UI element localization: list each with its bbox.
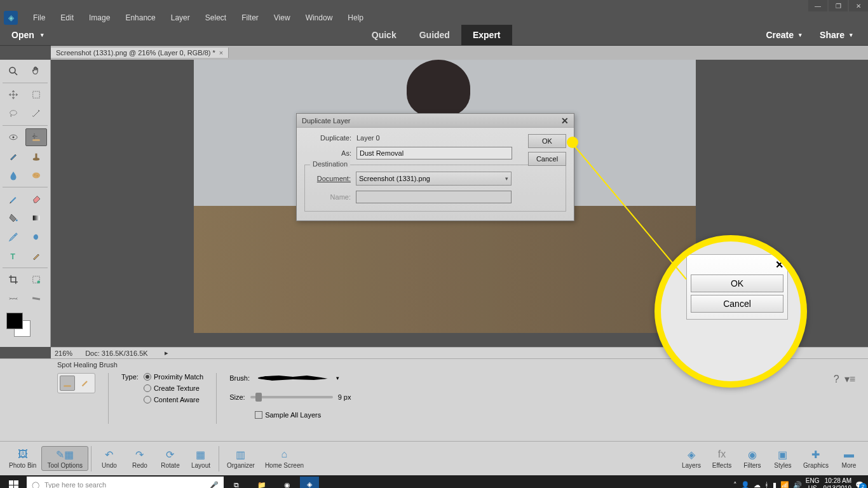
effects-button[interactable]: fxEffects <box>707 447 737 470</box>
content-aware-move-tool[interactable] <box>3 290 24 308</box>
photo-bin-button[interactable]: 🖼Photo Bin <box>4 447 41 470</box>
close-tab-icon[interactable]: × <box>219 49 223 57</box>
maximize-button[interactable]: ❐ <box>829 0 848 11</box>
people-icon[interactable]: 👤 <box>741 481 750 489</box>
lang-indicator-2[interactable]: US <box>806 485 820 488</box>
radio-content-aware[interactable]: Content Aware <box>144 396 203 403</box>
recompose-tool[interactable] <box>25 271 47 288</box>
document-tab[interactable]: Screenshot (1331).png @ 216% (Layer 0, R… <box>51 48 229 58</box>
dialog-close-icon[interactable]: ✕ <box>561 116 569 126</box>
sample-all-layers-checkbox[interactable]: Sample All Layers <box>255 411 351 419</box>
straighten-tool[interactable] <box>25 290 47 308</box>
share-button[interactable]: Share <box>811 30 862 40</box>
mode-expert[interactable]: Expert <box>461 25 512 45</box>
paint-bucket-tool[interactable] <box>3 209 24 227</box>
menu-layer[interactable]: Layer <box>163 12 198 24</box>
menu-window[interactable]: Window <box>298 12 341 24</box>
undo-button[interactable]: ↶Undo <box>94 447 125 470</box>
radio-create-texture[interactable]: Create Texture <box>144 384 203 392</box>
organizer-button[interactable]: ▥Organizer <box>222 447 260 470</box>
help-icon[interactable]: ? <box>834 374 839 385</box>
foreground-color[interactable] <box>6 313 23 329</box>
more-button[interactable]: ▬More <box>834 447 864 470</box>
custom-shape-tool[interactable] <box>25 228 47 246</box>
mode-guided[interactable]: Guided <box>408 25 461 45</box>
mode-bar: Open Quick Guided Expert Create Share <box>0 24 868 46</box>
zoom-tool[interactable] <box>3 62 24 80</box>
eraser-tool[interactable] <box>25 190 47 208</box>
menu-enhance[interactable]: Enhance <box>118 12 163 24</box>
tool-options-button[interactable]: ✎▦Tool Options <box>41 446 88 471</box>
layers-button[interactable]: ◈Layers <box>676 447 707 470</box>
chrome-icon[interactable]: ◉ <box>275 475 300 488</box>
lang-indicator-1[interactable]: ENG <box>806 477 820 485</box>
filters-button[interactable]: ◉Filters <box>737 447 768 470</box>
color-swatches[interactable] <box>3 313 47 338</box>
styles-button[interactable]: ▣Styles <box>768 447 798 470</box>
menu-file[interactable]: File <box>25 12 53 24</box>
wifi-icon[interactable]: 📶 <box>780 481 789 489</box>
close-window-button[interactable]: ✕ <box>849 0 868 11</box>
menu-help[interactable]: Help <box>340 12 371 24</box>
pse-taskbar-icon[interactable]: ◈ <box>300 477 319 488</box>
task-view-icon[interactable]: ⧉ <box>224 475 249 488</box>
ok-button[interactable]: OK <box>528 134 566 148</box>
onedrive-icon[interactable]: ☁ <box>754 481 761 489</box>
graphics-button[interactable]: ✚Graphics <box>798 447 834 470</box>
document-select[interactable]: Screenshot (1331).png <box>356 172 512 186</box>
mic-icon[interactable]: 🎤 <box>210 481 219 489</box>
brush-dropdown-icon[interactable]: ▾ <box>336 375 339 381</box>
pencil-tool[interactable] <box>25 247 47 265</box>
create-button[interactable]: Create <box>757 30 811 40</box>
smart-brush-tool[interactable] <box>3 147 24 165</box>
dialog-titlebar[interactable]: Duplicate Layer ✕ <box>297 114 574 128</box>
clock-date[interactable]: 9/13/2019 <box>824 485 852 488</box>
type-tool[interactable]: T <box>3 247 24 265</box>
size-slider[interactable] <box>250 396 333 398</box>
file-explorer-icon[interactable]: 📁 <box>249 475 275 488</box>
clone-stamp-tool[interactable] <box>25 147 47 165</box>
sponge-tool[interactable] <box>25 166 47 184</box>
variant-spot-heal[interactable] <box>60 376 75 391</box>
rotate-button[interactable]: ⟳Rotate <box>155 447 186 470</box>
menu-image[interactable]: Image <box>81 12 118 24</box>
as-input[interactable] <box>356 147 512 159</box>
destination-legend: Destination <box>310 160 350 168</box>
notifications-icon[interactable]: 💬2 <box>855 481 864 489</box>
panel-menu-icon[interactable]: ▾≡ <box>844 373 855 385</box>
cancel-button[interactable]: Cancel <box>528 152 566 166</box>
eyedropper-tool[interactable] <box>3 228 24 246</box>
lasso-tool[interactable] <box>3 105 24 123</box>
variant-heal[interactable] <box>78 376 93 391</box>
duplicate-layer-dialog: Duplicate Layer ✕ Duplicate: Layer 0 As:… <box>296 113 574 221</box>
open-button[interactable]: Open <box>0 30 55 40</box>
minimize-button[interactable]: — <box>808 0 827 11</box>
mode-quick[interactable]: Quick <box>360 25 408 45</box>
menu-filter[interactable]: Filter <box>234 12 266 24</box>
taskbar-search[interactable]: ◯ Type here to search 🎤 <box>27 477 224 488</box>
blur-tool[interactable] <box>3 166 24 184</box>
spot-healing-brush-tool[interactable] <box>25 128 47 146</box>
home-screen-button[interactable]: ⌂Home Screen <box>260 447 309 470</box>
brush-preview[interactable] <box>255 373 331 383</box>
radio-proximity-match[interactable]: Proximity Match <box>144 373 203 381</box>
layout-button[interactable]: ▦Layout <box>186 447 216 470</box>
gradient-tool[interactable] <box>25 209 47 227</box>
marquee-tool[interactable] <box>25 86 47 104</box>
crop-tool[interactable] <box>3 271 24 288</box>
hand-tool[interactable] <box>25 62 47 80</box>
volume-icon[interactable]: 🔊 <box>793 481 802 489</box>
menu-edit[interactable]: Edit <box>53 12 81 24</box>
clock-time[interactable]: 10:28 AM <box>824 477 852 485</box>
start-button[interactable] <box>0 475 27 488</box>
menu-view[interactable]: View <box>266 12 298 24</box>
battery-icon[interactable]: ▮ <box>773 481 776 489</box>
move-tool[interactable] <box>3 86 24 104</box>
bluetooth-icon[interactable]: ᚼ <box>764 481 769 488</box>
eye-tool[interactable] <box>3 128 24 146</box>
magic-wand-tool[interactable] <box>25 105 47 123</box>
redo-button[interactable]: ↷Redo <box>125 447 155 470</box>
tray-up-icon[interactable]: ˄ <box>733 481 737 489</box>
brush-tool[interactable] <box>3 190 24 208</box>
menu-select[interactable]: Select <box>198 12 234 24</box>
